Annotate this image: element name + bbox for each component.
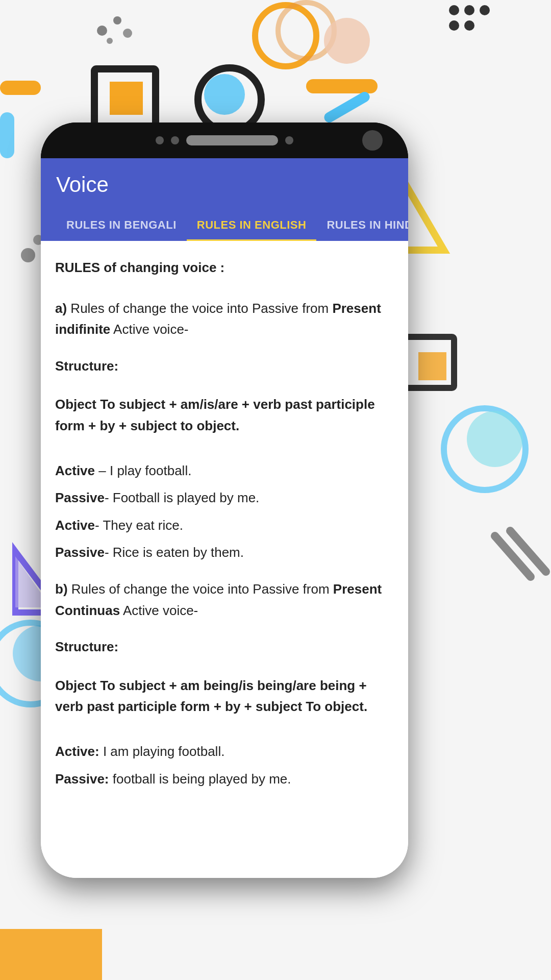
svg-point-20 [464,20,474,31]
svg-rect-7 [0,81,41,95]
structure-label-a: Structure: [55,356,394,377]
svg-rect-9 [94,69,156,130]
structure-label-b: Structure: [55,636,394,658]
app-header: Voice RULES IN BENGALI RULES IN ENGLISH … [41,158,408,241]
svg-point-11 [198,68,261,131]
tabs-row: RULES IN BENGALI RULES IN ENGLISH RULES … [56,209,393,241]
svg-point-6 [324,18,370,64]
svg-point-33 [21,248,35,262]
formula-b: Object To subject + am being/is being/ar… [55,675,394,718]
tab-english[interactable]: RULES IN ENGLISH [187,209,317,241]
svg-rect-31 [0,929,102,980]
svg-point-3 [123,29,132,38]
svg-point-0 [97,26,107,36]
rule-b-bold: Present Continuas [55,581,382,618]
formula-a: Object To subject + am/is/are + verb pas… [55,394,394,436]
svg-line-30 [510,531,546,572]
svg-point-4 [255,5,316,66]
content-area: RULES of changing voice : a) Rules of ch… [41,241,408,878]
example-b1: Active: I am playing football. [55,741,394,763]
svg-point-12 [204,74,245,115]
phone-screen: Voice RULES IN BENGALI RULES IN ENGLISH … [41,158,408,878]
notch-dot-3 [285,136,293,144]
svg-rect-13 [306,79,378,93]
svg-point-18 [480,5,490,15]
svg-point-1 [113,16,121,24]
tab-bengali[interactable]: RULES IN BENGALI [56,209,187,241]
svg-point-16 [449,5,459,15]
example-a2: Passive- Football is played by me. [55,487,394,509]
rule-a-bold: Present indifinite [55,301,381,337]
rule-a-label: a) Rules of change the voice into Passiv… [55,301,381,337]
rule-a-intro: a) Rules of change the voice into Passiv… [55,298,394,340]
example-a3: Active- They eat rice. [55,515,394,536]
example-a4: Passive- Rice is eaten by them. [55,542,394,564]
svg-rect-14 [322,90,372,124]
phone-frame: Voice RULES IN BENGALI RULES IN ENGLISH … [41,122,408,878]
notch-dot-1 [156,136,164,144]
notch-pill [186,135,278,145]
phone-notch [41,122,408,158]
rule-b-intro: b) Rules of change the voice into Passiv… [55,579,394,621]
svg-point-2 [107,38,113,44]
svg-rect-26 [418,352,446,380]
svg-rect-10 [110,82,143,115]
example-b2: Passive: football is being played by me. [55,769,394,790]
svg-line-29 [495,536,531,577]
tab-hindi[interactable]: RULES IN HINDI [316,209,408,241]
app-title: Voice [56,173,393,197]
main-heading: RULES of changing voice : [55,257,394,279]
svg-point-27 [444,408,525,490]
example-a1: Active – I play football. [55,460,394,482]
svg-point-17 [464,5,474,15]
svg-rect-25 [403,337,454,388]
svg-point-5 [278,3,334,59]
notch-dot-2 [171,136,179,144]
svg-point-28 [467,411,523,467]
svg-point-19 [449,20,459,31]
phone-camera [362,130,383,151]
svg-rect-8 [0,112,14,158]
